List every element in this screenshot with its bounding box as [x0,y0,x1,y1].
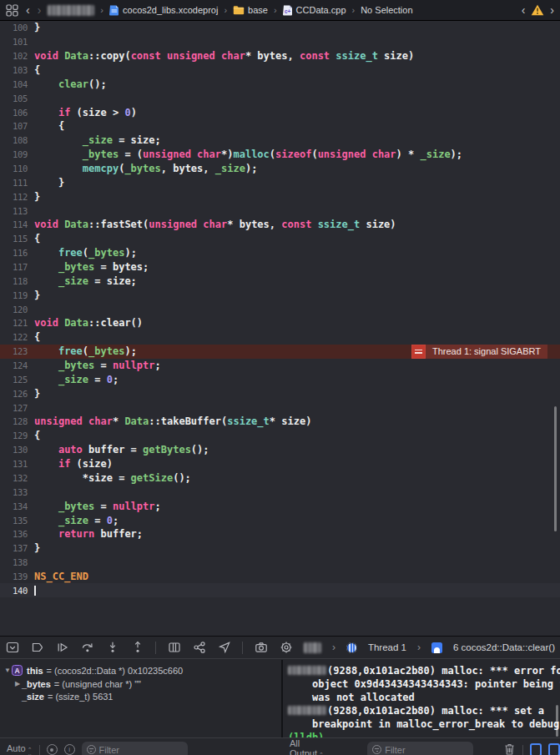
code-line[interactable]: 125 _size = 0; [0,372,560,386]
related-items-icon[interactable] [5,3,19,18]
disclosure-closed-icon[interactable]: ▶ [13,680,22,687]
code-line[interactable]: 117 _bytes = bytes; [0,260,560,274]
line-number[interactable]: 100 [0,23,28,33]
code-line[interactable]: 136 return buffer; [0,527,560,541]
line-number[interactable]: 140 [0,586,28,596]
warning-triangle-icon[interactable] [531,4,544,16]
breakpoints-toggle-button[interactable] [30,641,44,655]
code-line[interactable]: 123 free(_bytes);Thread 1: signal SIGABR… [0,345,560,359]
code-line[interactable]: 134 _bytes = nullptr; [0,499,560,513]
line-number[interactable]: 116 [0,248,28,258]
line-number[interactable]: 133 [0,487,28,497]
code-line[interactable]: 126} [0,386,560,400]
line-number[interactable]: 124 [0,360,28,370]
line-number[interactable]: 126 [0,389,28,399]
runtime-issue-annotation[interactable]: Thread 1: signal SIGABRT [411,345,547,359]
code-line[interactable]: 132 *size = getSize(); [0,471,560,486]
code-line[interactable]: 137} [0,541,560,556]
disclosure-open-icon[interactable]: ▼ [3,667,12,674]
line-number[interactable]: 108 [0,135,28,145]
code-line[interactable]: 110 memcpy(_bytes, bytes, _size); [0,162,560,176]
flat-view-icon[interactable] [47,744,58,755]
line-number[interactable]: 112 [0,192,28,202]
line-number[interactable]: 127 [0,403,28,413]
code-line[interactable]: 100} [0,21,560,35]
crumb-ccdata-file[interactable]: c+ CCData.cpp [283,4,346,16]
line-number[interactable]: 118 [0,276,28,286]
line-number[interactable]: 104 [0,79,28,89]
line-number[interactable]: 131 [0,459,28,469]
continue-button[interactable] [55,641,69,655]
back-button[interactable]: ‹ [25,4,31,16]
step-into-button[interactable] [105,641,119,655]
stack-frame-crumb[interactable]: 6 cocos2d::Data::clear() [453,642,555,652]
console-pane-toggle[interactable] [548,743,560,755]
code-line[interactable]: 106 if (size > 0) [0,105,560,119]
line-number[interactable]: 110 [0,164,28,174]
line-number[interactable]: 121 [0,318,28,328]
blurred-process-crumb[interactable] [304,642,321,653]
crumb-no-selection[interactable]: No Selection [361,5,412,15]
code-line[interactable]: 127 [0,400,560,415]
code-line[interactable]: 101 [0,35,560,49]
next-issue-button[interactable]: › [549,4,555,16]
editor-scrollbar[interactable] [554,406,557,531]
line-number[interactable]: 117 [0,262,28,272]
code-line[interactable]: 135 _size = 0; [0,513,560,527]
code-line[interactable]: 108 _size = size; [0,133,560,148]
line-number[interactable]: 102 [0,51,28,61]
memory-graph-button[interactable] [192,641,206,655]
line-number[interactable]: 119 [0,290,28,300]
screenshot-button[interactable] [254,641,268,655]
code-line[interactable]: 140 [0,583,560,597]
code-line[interactable]: 131 if (size) [0,457,560,471]
variable-row[interactable]: ▶_bytes= (unsigned char *) "" [0,677,281,691]
line-number[interactable]: 123 [0,346,28,356]
code-line[interactable]: 102void Data::copy(const unsigned char* … [0,49,560,63]
line-number[interactable]: 134 [0,501,28,511]
code-line[interactable]: 130 auto buffer = getBytes(); [0,443,560,457]
code-line[interactable]: 113 [0,204,560,218]
code-line[interactable]: 133 [0,485,560,499]
code-line[interactable]: 104 clear(); [0,77,560,91]
code-line[interactable]: 124 _bytes = nullptr; [0,359,560,373]
step-over-button[interactable] [80,641,94,655]
line-number[interactable]: 139 [0,571,28,581]
code-line[interactable]: 138 [0,556,560,570]
forward-button[interactable]: › [37,4,43,16]
code-line[interactable]: 115{ [0,232,560,246]
crumb-base-folder[interactable]: base [233,5,268,15]
blurred-project-crumb[interactable] [48,5,94,16]
crumb-xcodeproj[interactable]: cocos2d_libs.xcodeproj [109,4,218,16]
variable-row[interactable]: ▼Athis= (cocos2d::Data *) 0x10235c660 [0,664,281,677]
variables-pane-toggle[interactable] [530,743,542,755]
line-number[interactable]: 105 [0,93,28,103]
code-line[interactable]: 128unsigned char* Data::takeBuffer(ssize… [0,415,560,429]
line-number[interactable]: 115 [0,234,28,244]
line-number[interactable]: 130 [0,445,28,455]
code-line[interactable]: 121void Data::clear() [0,316,560,330]
line-number[interactable]: 138 [0,557,28,567]
console-filter-input[interactable] [385,745,468,755]
code-line[interactable]: 129{ [0,429,560,443]
line-number[interactable]: 120 [0,305,28,315]
variables-scope-popup[interactable]: Auto⌃⌄ [7,743,33,755]
previous-issue-button[interactable]: ‹ [521,4,527,16]
code-line[interactable]: 111 } [0,175,560,189]
line-number[interactable]: 129 [0,430,28,440]
code-line[interactable]: 103{ [0,63,560,78]
console-output[interactable]: (9288,0x101ac2b80) malloc: *** error for… [283,660,560,737]
code-line[interactable]: 105 [0,91,560,105]
code-line[interactable]: 139NS_CC_END [0,570,560,584]
line-number[interactable]: 103 [0,65,28,75]
line-number[interactable]: 136 [0,529,28,539]
line-number[interactable]: 107 [0,121,28,131]
variable-row[interactable]: _size= (ssize_t) 5631 [0,691,281,704]
environment-overrides-button[interactable] [279,641,293,655]
code-line[interactable]: 114void Data::fastSet(unsigned char* byt… [0,218,560,232]
code-line[interactable]: 119} [0,288,560,302]
step-out-button[interactable] [130,641,144,655]
variables-filter-field[interactable] [82,742,188,755]
line-number[interactable]: 125 [0,375,28,385]
line-number[interactable]: 135 [0,516,28,526]
